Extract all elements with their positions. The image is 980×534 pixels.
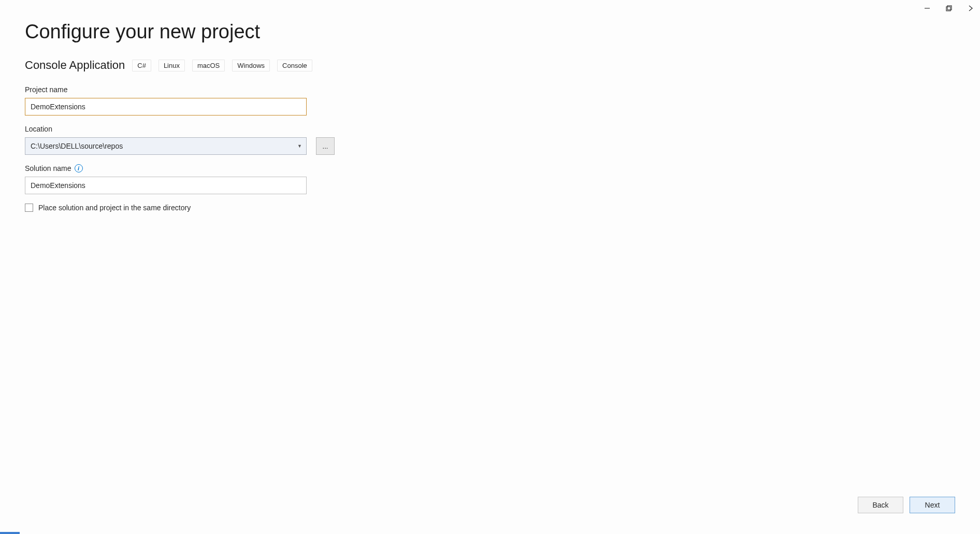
same-directory-row[interactable]: Place solution and project in the same d… [25, 204, 955, 212]
project-name-input[interactable] [25, 98, 307, 116]
svg-rect-2 [947, 6, 952, 10]
footer-buttons: Back Next [858, 497, 955, 513]
browse-button[interactable]: ... [316, 137, 335, 155]
taskbar-edge [0, 532, 980, 534]
location-value: C:\Users\DELL\source\repos [31, 142, 297, 150]
same-directory-checkbox[interactable] [25, 204, 33, 212]
tag-windows: Windows [232, 60, 270, 71]
back-button[interactable]: Back [858, 497, 903, 513]
tag-console: Console [277, 60, 312, 71]
tag-macos: macOS [192, 60, 225, 71]
solution-name-input[interactable] [25, 177, 307, 194]
page-title: Configure your new project [25, 21, 955, 43]
next-button[interactable]: Next [910, 497, 955, 513]
minimize-button[interactable] [921, 2, 933, 15]
solution-name-label: Solution name [25, 164, 71, 172]
template-name: Console Application [25, 59, 125, 72]
forward-button[interactable] [964, 2, 977, 15]
solution-name-label-row: Solution name i [25, 164, 955, 172]
location-label: Location [25, 125, 955, 133]
location-combo[interactable]: C:\Users\DELL\source\repos ▼ [25, 137, 307, 155]
tag-linux: Linux [158, 60, 185, 71]
same-directory-label: Place solution and project in the same d… [38, 204, 191, 212]
chevron-down-icon: ▼ [297, 143, 302, 149]
maximize-button[interactable] [943, 2, 955, 15]
svg-rect-1 [946, 7, 950, 11]
project-name-label: Project name [25, 85, 955, 94]
window-controls [918, 0, 980, 17]
tag-csharp: C# [132, 60, 151, 71]
template-row: Console Application C# Linux macOS Windo… [25, 59, 955, 72]
info-icon[interactable]: i [75, 164, 83, 172]
